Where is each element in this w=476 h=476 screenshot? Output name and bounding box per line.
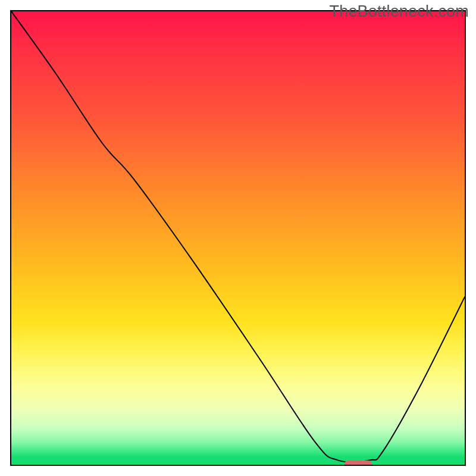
- curve-layer: [11, 11, 465, 465]
- bottleneck-chart: TheBottleneck.com: [0, 0, 476, 476]
- plot-area: [10, 10, 466, 466]
- bottleneck-curve-path: [11, 11, 465, 462]
- watermark-text: TheBottleneck.com: [329, 2, 469, 21]
- optimal-marker: [345, 461, 372, 466]
